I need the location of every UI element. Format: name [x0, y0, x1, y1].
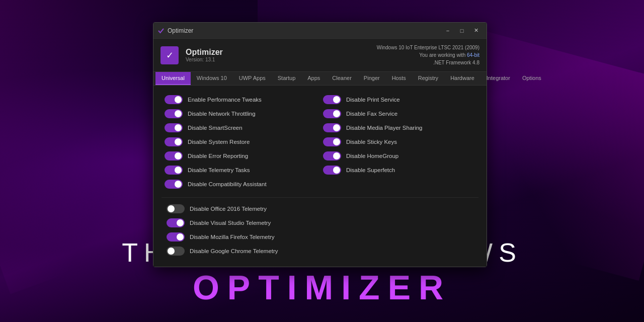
toggle-thumb — [175, 110, 182, 117]
tab-pinger[interactable]: Pinger — [358, 72, 386, 85]
bottom-toggle-1[interactable] — [167, 218, 185, 227]
left-toggle-2[interactable] — [165, 123, 183, 132]
main-window: Optimizer − □ ✕ ✓ Optimizer Version: 13.… — [153, 22, 487, 267]
bottom-toggle-0[interactable] — [167, 204, 185, 213]
sys-line2-highlight: 64-bit — [467, 52, 479, 58]
toggle-label: Disable Office 2016 Telemetry — [190, 206, 267, 212]
toggle-item: Disable Sticky Keys — [320, 135, 478, 149]
tab-hosts[interactable]: Hosts — [386, 72, 412, 85]
toggle-thumb — [175, 96, 182, 103]
tab-hardware[interactable]: Hardware — [444, 72, 480, 85]
toggle-label: Enable Performance Tweaks — [188, 97, 262, 103]
toggle-label: Disable Google Chrome Telemetry — [190, 248, 278, 254]
left-toggle-3[interactable] — [165, 137, 183, 146]
toggle-label: Disable Fax Service — [346, 111, 397, 117]
toggle-thumb — [175, 181, 182, 188]
right-toggle-0[interactable] — [323, 95, 341, 104]
toggle-item: Disable Compatibility Assistant — [162, 177, 320, 191]
toggle-item: Disable SmartScreen — [162, 121, 320, 135]
toggle-thumb — [175, 167, 182, 174]
toggle-item: Disable Print Service — [320, 93, 478, 107]
toggle-label: Disable Print Service — [346, 97, 400, 103]
toggle-thumb — [333, 96, 340, 103]
toggle-item: Disable Google Chrome Telemetry — [164, 244, 478, 258]
toggle-item: Enable Performance Tweaks — [162, 93, 320, 107]
toggle-item: Disable Network Throttling — [162, 107, 320, 121]
right-toggle-column: Disable Print ServiceDisable Fax Service… — [320, 93, 478, 191]
toggle-item: Disable Error Reporting — [162, 149, 320, 163]
left-toggle-0[interactable] — [165, 95, 183, 104]
toggle-thumb — [175, 124, 182, 131]
titlebar-controls: − □ ✕ — [441, 25, 482, 36]
system-info: Windows 10 IoT Enterprise LTSC 2021 (200… — [377, 44, 479, 66]
sys-line1: Windows 10 IoT Enterprise LTSC 2021 (200… — [377, 44, 479, 51]
right-toggle-1[interactable] — [323, 109, 341, 118]
right-toggle-4[interactable] — [323, 151, 341, 160]
toggle-label: Disable Telemetry Tasks — [188, 167, 250, 173]
tab-registry[interactable]: Registry — [412, 72, 444, 85]
toggle-label: Disable Error Reporting — [188, 153, 248, 159]
toggle-thumb — [175, 138, 182, 145]
toggle-thumb — [333, 124, 340, 131]
app-logo: ✓ — [160, 46, 179, 64]
toggle-thumb — [177, 233, 184, 240]
toggle-item: Disable Media Player Sharing — [320, 121, 478, 135]
left-toggle-5[interactable] — [165, 166, 183, 175]
toggle-label: Disable Media Player Sharing — [346, 125, 423, 131]
toggle-label: Disable Network Throttling — [188, 111, 256, 117]
right-toggle-2[interactable] — [323, 123, 341, 132]
toggle-thumb — [168, 248, 175, 255]
minimize-button[interactable]: − — [441, 25, 454, 36]
titlebar: Optimizer − □ ✕ — [153, 23, 487, 39]
maximize-button[interactable]: □ — [455, 25, 468, 36]
tab-cleaner[interactable]: Cleaner — [326, 72, 358, 85]
sys-line3: .NET Framework 4.8 — [377, 59, 479, 66]
tab-windows-10[interactable]: Windows 10 — [191, 72, 233, 85]
toggle-item: Disable Telemetry Tasks — [162, 163, 320, 177]
toggle-thumb — [333, 167, 340, 174]
toggle-label: Disable Superfetch — [346, 167, 395, 173]
toggle-thumb — [168, 205, 175, 212]
left-toggle-1[interactable] — [165, 109, 183, 118]
toggle-label: Disable Visual Studio Telemetry — [190, 220, 271, 226]
close-button[interactable]: ✕ — [469, 25, 482, 36]
toggle-item: Disable Mozilla Firefox Telemetry — [164, 230, 478, 244]
titlebar-left: Optimizer — [157, 27, 193, 34]
toggle-label: Disable HomeGroup — [346, 153, 398, 159]
toggle-thumb — [333, 152, 340, 159]
toggle-item: Disable HomeGroup — [320, 149, 478, 163]
toggle-item: Disable Superfetch — [320, 163, 478, 177]
app-header: ✓ Optimizer Version: 13.1 Windows 10 IoT… — [153, 39, 487, 72]
toggle-thumb — [333, 110, 340, 117]
section-separator — [162, 191, 478, 197]
right-toggle-3[interactable] — [323, 137, 341, 146]
tab-bar: UniversalWindows 10UWP AppsStartupAppsCl… — [153, 72, 487, 86]
bottom-toggle-3[interactable] — [167, 247, 185, 256]
left-toggle-4[interactable] — [165, 151, 183, 160]
toggle-item: Disable System Restore — [162, 135, 320, 149]
toggle-label: Disable System Restore — [188, 139, 250, 145]
bottom-toggles-section: Disable Office 2016 TelemetryDisable Vis… — [162, 197, 478, 258]
toggle-thumb — [175, 152, 182, 159]
sys-line2-prefix: You are working with — [419, 52, 467, 58]
toggle-label: Disable Sticky Keys — [346, 139, 397, 145]
toggle-item: Disable Visual Studio Telemetry — [164, 216, 478, 230]
app-version: Version: 13.1 — [186, 57, 223, 62]
toggle-item: Disable Office 2016 Telemetry — [164, 202, 478, 216]
sys-line2: You are working with 64-bit — [377, 51, 479, 59]
content-area: Enable Performance TweaksDisable Network… — [153, 86, 487, 267]
left-toggle-column: Enable Performance TweaksDisable Network… — [162, 93, 320, 191]
right-toggle-5[interactable] — [323, 166, 341, 175]
tab-uwp-apps[interactable]: UWP Apps — [233, 72, 272, 85]
left-toggle-6[interactable] — [165, 180, 183, 189]
bottom-toggle-2[interactable] — [167, 232, 185, 242]
toggle-thumb — [177, 219, 184, 226]
tab-options[interactable]: Options — [516, 72, 547, 85]
app-info: Optimizer Version: 13.1 — [186, 48, 223, 62]
tab-integrator[interactable]: Integrator — [480, 72, 516, 85]
tab-apps[interactable]: Apps — [301, 72, 326, 85]
tab-startup[interactable]: Startup — [272, 72, 301, 85]
toggle-label: Disable Mozilla Firefox Telemetry — [190, 234, 275, 240]
tab-universal[interactable]: Universal — [155, 72, 191, 85]
toggle-item: Disable Fax Service — [320, 107, 478, 121]
